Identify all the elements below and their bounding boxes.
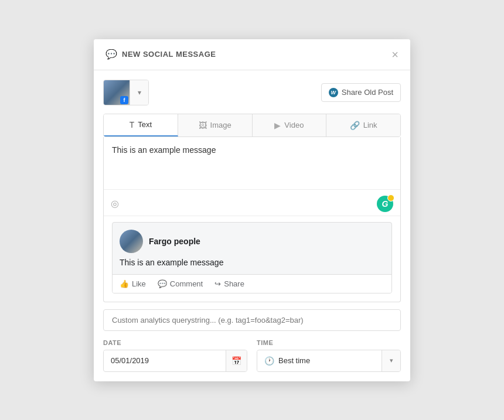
tab-video[interactable]: ▶ Video xyxy=(253,114,327,136)
tab-text[interactable]: T Text xyxy=(104,114,178,136)
tab-text-label: Text xyxy=(138,120,152,129)
account-dropdown-button[interactable]: ▾ xyxy=(130,80,148,105)
grammarly-icon: G xyxy=(382,199,389,209)
close-button[interactable]: × xyxy=(391,49,399,60)
date-calendar-button[interactable]: 📅 xyxy=(226,350,247,371)
video-tab-icon: ▶ xyxy=(274,121,281,130)
content-area: ◎ G Fargo people This is an example mess… xyxy=(103,137,401,302)
preview-account-name: Fargo people xyxy=(149,237,200,246)
chat-icon: 💬 xyxy=(105,49,117,60)
preview-message-text: This is an example message xyxy=(113,258,391,274)
image-tab-icon: 🖼 xyxy=(199,121,207,130)
analytics-input[interactable] xyxy=(103,309,401,331)
like-action[interactable]: 👍 Like xyxy=(120,279,146,288)
grammarly-badge: G xyxy=(377,196,393,212)
tab-image-label: Image xyxy=(210,121,231,129)
time-label: TIME xyxy=(257,339,401,346)
preview-header: Fargo people xyxy=(113,223,391,258)
date-field-group: DATE 📅 xyxy=(103,339,247,372)
account-avatar: f xyxy=(104,80,130,105)
textarea-toolbar: ◎ G xyxy=(104,192,400,216)
link-tab-icon: 🔗 xyxy=(350,121,360,130)
time-value: Best time xyxy=(278,356,310,365)
tabs-row: T Text 🖼 Image ▶ Video 🔗 Link xyxy=(103,114,401,137)
date-label: DATE xyxy=(103,339,247,346)
modal-header-left: 💬 NEW SOCIAL MESSAGE xyxy=(105,49,216,60)
share-old-post-label: Share Old Post xyxy=(342,88,393,97)
tab-image[interactable]: 🖼 Image xyxy=(178,114,253,136)
target-icon[interactable]: ◎ xyxy=(111,198,119,209)
share-icon: ↪ xyxy=(214,279,221,288)
share-old-post-button[interactable]: W Share Old Post xyxy=(321,83,401,102)
modal-title: NEW SOCIAL MESSAGE xyxy=(122,50,216,59)
wordpress-icon: W xyxy=(329,88,338,97)
clock-icon: 🕐 xyxy=(264,356,274,366)
preview-avatar xyxy=(120,230,143,253)
comment-action[interactable]: 💬 Comment xyxy=(158,279,203,288)
modal-header: 💬 NEW SOCIAL MESSAGE × xyxy=(94,39,410,70)
tab-link[interactable]: 🔗 Link xyxy=(326,114,400,136)
text-tab-icon: T xyxy=(130,120,135,129)
tab-link-label: Link xyxy=(363,121,377,129)
modal-body: f ▾ W Share Old Post T Text 🖼 Image ▶ Vi… xyxy=(94,70,410,381)
time-select-inner: 🕐 Best time xyxy=(257,351,382,371)
account-row: f ▾ W Share Old Post xyxy=(103,80,401,105)
date-time-row: DATE 📅 TIME 🕐 Best time ▾ xyxy=(103,339,401,372)
preview-card: Fargo people This is an example message … xyxy=(112,222,392,293)
comment-icon: 💬 xyxy=(158,279,167,288)
time-field-group: TIME 🕐 Best time ▾ xyxy=(257,339,401,372)
tab-video-label: Video xyxy=(284,121,304,129)
like-label: Like xyxy=(132,279,146,288)
like-icon: 👍 xyxy=(120,279,129,288)
new-social-message-modal: 💬 NEW SOCIAL MESSAGE × f ▾ W Share Old P… xyxy=(94,39,410,381)
time-select-wrapper: 🕐 Best time ▾ xyxy=(257,350,401,372)
share-label: Share xyxy=(224,279,244,288)
share-action[interactable]: ↪ Share xyxy=(214,279,244,288)
preview-actions: 👍 Like 💬 Comment ↪ Share xyxy=(113,274,391,293)
facebook-badge: f xyxy=(120,96,128,104)
account-selector[interactable]: f ▾ xyxy=(103,80,149,105)
time-dropdown-button[interactable]: ▾ xyxy=(382,350,400,371)
comment-label: Comment xyxy=(170,279,203,288)
date-input-wrapper: 📅 xyxy=(103,350,247,372)
message-textarea[interactable] xyxy=(104,137,400,190)
date-input[interactable] xyxy=(104,351,226,370)
